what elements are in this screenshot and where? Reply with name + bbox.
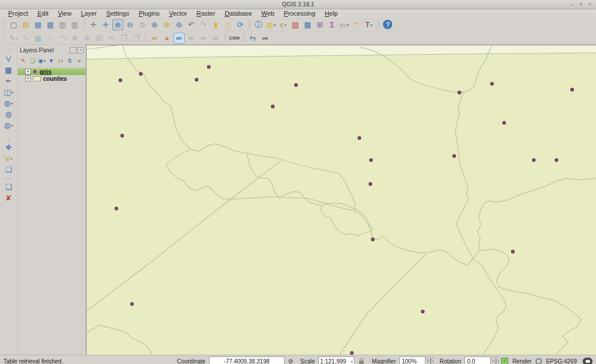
zoom-next-icon[interactable]: ↷ (198, 19, 209, 30)
save-project-icon[interactable]: ▦ (33, 19, 44, 30)
dropdown-arrow-icon[interactable]: ▾ (347, 23, 349, 27)
add-wcs-layer-icon[interactable]: ◍ (3, 109, 14, 120)
dropdown-arrow-icon[interactable]: ▾ (274, 23, 276, 27)
deselect-all-icon[interactable]: ▧ (290, 19, 301, 30)
menu-help[interactable]: Help (320, 9, 343, 17)
dropdown-arrow-icon[interactable]: ▾ (284, 23, 286, 27)
zoom-out-icon[interactable]: ⊖ (125, 19, 136, 30)
zoom-to-layer-icon[interactable]: ⊚ (173, 19, 185, 30)
zoom-in-icon[interactable]: ⊕ (112, 19, 123, 30)
messages-button[interactable] (583, 358, 593, 364)
select-features-icon[interactable]: ▧▾ (265, 19, 276, 30)
python-console-icon[interactable]: Py (247, 33, 258, 44)
toggle-editing-icon[interactable]: ✎ (20, 33, 31, 44)
zoom-to-selection-icon[interactable]: ⊚ (161, 19, 172, 30)
dropdown-arrow-icon[interactable]: ▾ (65, 36, 67, 40)
embed-layers-icon[interactable]: ❏ (3, 164, 14, 175)
chevron-down-icon[interactable]: ▾ (351, 359, 353, 363)
diagram-icon[interactable]: ◕ (161, 33, 172, 44)
filter-expression-icon[interactable]: ε▾ (56, 56, 65, 65)
pan-to-selection-icon[interactable]: ✛ (100, 19, 111, 30)
coordinate-input[interactable] (210, 358, 284, 364)
field-calculator-icon[interactable]: ⊞ (314, 19, 325, 30)
layer-row-counties[interactable]: ✕counties (17, 75, 86, 82)
menu-layer[interactable]: Layer (76, 9, 102, 17)
add-wfs-layer-icon[interactable]: ◍▾ (3, 120, 14, 131)
scale-combobox[interactable]: 1:121,999 ▾ (318, 356, 354, 364)
layer-row-gnis[interactable]: ✕gnis (17, 68, 86, 75)
composer-manager-icon[interactable]: ▥ (69, 19, 80, 30)
manage-visibility-icon[interactable]: ◉▾ (38, 56, 46, 65)
add-vector-layer-icon[interactable]: V (3, 53, 14, 65)
statistical-summary-icon[interactable]: Σ (327, 19, 338, 30)
add-raster-layer-icon[interactable]: ▦ (3, 65, 14, 76)
save-layer-edits-icon[interactable]: ▦ (33, 33, 44, 44)
render-checkbox[interactable]: ✓ (501, 358, 508, 364)
menu-web[interactable]: Web (257, 9, 279, 17)
dropdown-arrow-icon[interactable]: ▾ (11, 123, 13, 127)
crs-status-icon[interactable] (535, 358, 542, 364)
identify-features-icon[interactable]: ⓘ (253, 19, 264, 30)
add-delimited-text-layer-icon[interactable]: , (3, 131, 14, 142)
layer-visibility-checkbox[interactable]: ✕ (25, 69, 31, 74)
label-pin-icon[interactable]: ab (186, 33, 197, 44)
save-project-as-icon[interactable]: ▦ (45, 19, 56, 30)
crs-label[interactable]: EPSG:4269 (546, 358, 577, 364)
add-virtual-layer-icon[interactable]: ❖ (3, 142, 14, 153)
open-attribute-table-icon[interactable]: ▦ (302, 19, 313, 30)
menu-project[interactable]: Project (3, 9, 33, 17)
delete-selected-icon[interactable]: ☒ (94, 33, 105, 44)
map-tips-icon[interactable]: ❝ (351, 19, 362, 30)
dropdown-arrow-icon[interactable]: ▾ (12, 90, 13, 94)
add-group-icon[interactable]: ❏ (29, 56, 37, 65)
new-project-icon[interactable]: ▢ (8, 19, 19, 30)
dropdown-arrow-icon[interactable]: ▾ (61, 59, 63, 63)
refresh-icon[interactable]: ⟳ (235, 19, 246, 30)
menu-edit[interactable]: Edit (33, 9, 53, 17)
new-print-composer-icon[interactable]: ▥ (57, 19, 68, 30)
new-bookmark-icon[interactable]: ▮ (210, 19, 221, 30)
rotation-input[interactable] (467, 358, 490, 364)
node-tool-icon[interactable]: ⋔ (81, 33, 93, 44)
zoom-native-icon[interactable]: ⊙ (137, 19, 148, 30)
text-annotation-icon[interactable]: T▾ (363, 19, 374, 30)
magnifier-input[interactable] (402, 358, 425, 364)
show-bookmarks-icon[interactable]: ▯ (222, 19, 233, 30)
paste-features-icon[interactable]: ❒ (130, 33, 141, 44)
layer-styling-icon[interactable]: ✎ (19, 56, 27, 65)
expand-collapse-icon[interactable]: ⇅ (66, 56, 74, 65)
add-postgis-layer-icon[interactable]: ◫▾ (3, 87, 14, 98)
menu-settings[interactable]: Settings (101, 9, 134, 17)
add-layer-definition-icon[interactable]: ❏ (3, 181, 14, 192)
circular-string-icon[interactable]: ◠▾ (57, 33, 68, 44)
menu-processing[interactable]: Processing (279, 9, 320, 17)
rotation-spinner[interactable]: ▲▼ (492, 357, 499, 364)
pan-map-icon[interactable]: ✛ (88, 19, 99, 30)
overflow-icon[interactable]: » (75, 56, 83, 65)
label-icon[interactable]: ab (149, 33, 160, 44)
current-edits-icon[interactable]: ✎▾ (8, 33, 19, 44)
maximize-button[interactable]: + (579, 1, 583, 9)
menu-view[interactable]: View (53, 9, 76, 17)
layer-visibility-checkbox[interactable]: ✕ (25, 76, 31, 81)
minimize-button[interactable]: – (571, 1, 574, 9)
dropdown-arrow-icon[interactable]: ▾ (44, 59, 45, 63)
magnifier-spinner[interactable]: ▲▼ (427, 357, 434, 364)
cut-features-icon[interactable]: ✂ (106, 33, 117, 44)
metasearch-icon[interactable]: CSW (229, 33, 240, 44)
layer-labeling-options-icon[interactable]: ab (173, 33, 185, 44)
add-wms-layer-icon[interactable]: ◍▾ (3, 98, 14, 109)
add-spatialite-layer-icon[interactable]: ✒ (3, 76, 14, 87)
zoom-last-icon[interactable]: ↶ (186, 19, 197, 30)
dropdown-arrow-icon[interactable]: ▾ (16, 36, 18, 40)
dropdown-arrow-icon[interactable]: ▾ (10, 156, 12, 160)
menu-plugins[interactable]: Plugins (134, 9, 164, 17)
label-show-hide-icon[interactable]: ab (198, 33, 209, 44)
remove-layer-icon[interactable]: ✘ (3, 192, 14, 204)
search-binoculars-icon[interactable]: oo (260, 33, 271, 44)
close-button[interactable]: × (588, 1, 591, 9)
filter-legend-icon[interactable]: ▼ (47, 56, 55, 65)
menu-raster[interactable]: Raster (191, 9, 219, 17)
new-shapefile-layer-icon[interactable]: V▾ (3, 153, 14, 164)
zoom-full-icon[interactable]: ⊛ (149, 19, 160, 30)
